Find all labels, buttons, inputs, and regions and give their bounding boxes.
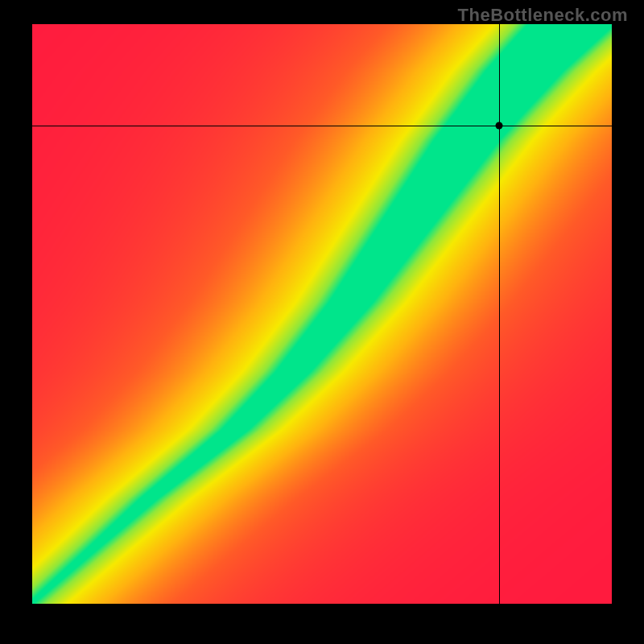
crosshair-horizontal [32,126,612,126]
heatmap-plot [32,24,612,604]
heatmap-canvas [32,24,612,604]
watermark-text: TheBottleneck.com [458,5,628,26]
crosshair-dot [495,122,502,130]
crosshair-vertical [499,24,500,604]
